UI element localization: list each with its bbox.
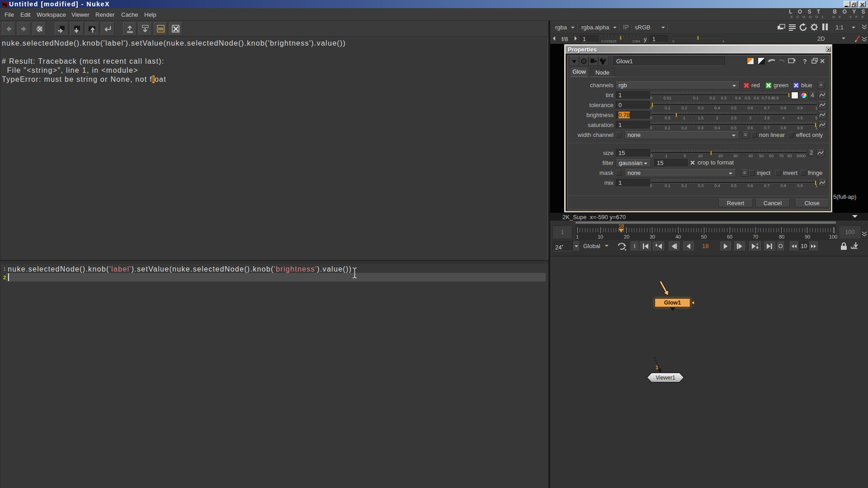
svg-text:Viewer1: Viewer1 (656, 375, 675, 381)
svg-text:1: 1 (656, 365, 658, 370)
